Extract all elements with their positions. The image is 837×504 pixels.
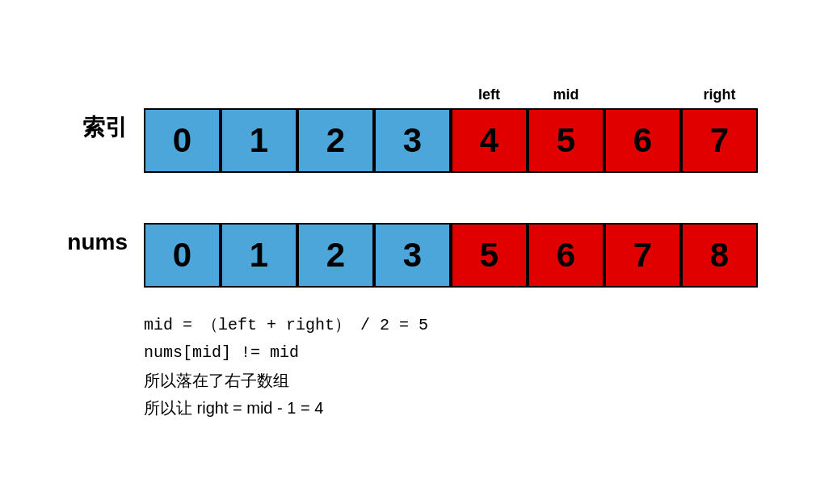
nums-array-cells: 0 1 2 3 5 6 7 8 xyxy=(144,223,758,288)
ptr-2 xyxy=(297,82,374,107)
nums-cell-1: 1 xyxy=(221,223,297,288)
index-cell-4: 4 xyxy=(451,108,528,173)
index-array-wrapper: left mid right 0 1 2 3 4 5 6 7 xyxy=(144,82,758,173)
explanation-block: mid = （left + right） / 2 = 5 nums[mid] !… xyxy=(144,312,782,422)
nums-cell-3: 3 xyxy=(374,223,451,288)
index-cell-3: 3 xyxy=(374,108,451,173)
index-cell-1: 1 xyxy=(221,108,297,173)
index-cell-5: 5 xyxy=(528,108,604,173)
nums-cell-0: 0 xyxy=(144,223,221,288)
explanation-line2: nums[mid] != mid xyxy=(144,339,782,367)
ptr-0 xyxy=(144,82,221,107)
index-cell-6: 6 xyxy=(604,108,681,173)
ptr-6 xyxy=(604,82,681,107)
nums-row-section: nums 0 1 2 3 5 6 7 8 xyxy=(55,197,782,288)
nums-cell-6: 7 xyxy=(604,223,681,288)
index-row-section: 索引 left mid right 0 1 2 3 4 5 6 xyxy=(55,82,782,173)
nums-label: nums xyxy=(55,229,128,255)
ptr-right: right xyxy=(681,82,758,107)
index-array-cells: 0 1 2 3 4 5 6 7 xyxy=(144,108,758,173)
nums-array-wrapper: 0 1 2 3 5 6 7 8 xyxy=(144,197,758,288)
explanation-line1: mid = （left + right） / 2 = 5 xyxy=(144,312,782,339)
ptr-3 xyxy=(374,82,451,107)
main-container: 索引 left mid right 0 1 2 3 4 5 6 xyxy=(55,66,782,438)
explanation-line4: 所以让 right = mid - 1 = 4 xyxy=(144,394,782,422)
ptr-left: left xyxy=(451,82,528,107)
nums-cell-2: 2 xyxy=(297,223,374,288)
nums-cell-4: 5 xyxy=(451,223,528,288)
index-cell-7: 7 xyxy=(681,108,758,173)
ptr-mid: mid xyxy=(528,82,604,107)
index-cell-0: 0 xyxy=(144,108,221,173)
ptr-1 xyxy=(221,82,297,107)
index-cell-2: 2 xyxy=(297,108,374,173)
pointer-row: left mid right xyxy=(144,82,758,107)
index-label: 索引 xyxy=(55,112,128,143)
nums-cell-7: 8 xyxy=(681,223,758,288)
explanation-line3: 所以落在了右子数组 xyxy=(144,367,782,394)
nums-cell-5: 6 xyxy=(528,223,604,288)
nums-spacer-row xyxy=(144,197,758,221)
